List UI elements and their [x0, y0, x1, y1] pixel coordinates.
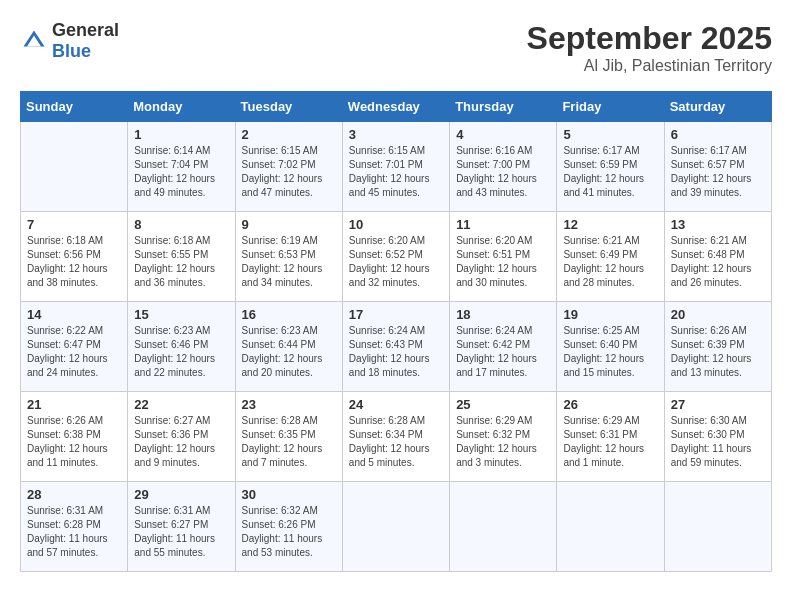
day-info: Sunrise: 6:29 AM Sunset: 6:32 PM Dayligh…: [456, 414, 550, 470]
day-number: 6: [671, 127, 765, 142]
day-number: 10: [349, 217, 443, 232]
day-info: Sunrise: 6:24 AM Sunset: 6:42 PM Dayligh…: [456, 324, 550, 380]
day-info: Sunrise: 6:15 AM Sunset: 7:02 PM Dayligh…: [242, 144, 336, 200]
calendar-cell: 12Sunrise: 6:21 AM Sunset: 6:49 PM Dayli…: [557, 212, 664, 302]
calendar-cell: 27Sunrise: 6:30 AM Sunset: 6:30 PM Dayli…: [664, 392, 771, 482]
calendar-cell: 8Sunrise: 6:18 AM Sunset: 6:55 PM Daylig…: [128, 212, 235, 302]
day-info: Sunrise: 6:21 AM Sunset: 6:48 PM Dayligh…: [671, 234, 765, 290]
day-info: Sunrise: 6:19 AM Sunset: 6:53 PM Dayligh…: [242, 234, 336, 290]
header-day-wednesday: Wednesday: [342, 92, 449, 122]
day-number: 8: [134, 217, 228, 232]
calendar-cell: 14Sunrise: 6:22 AM Sunset: 6:47 PM Dayli…: [21, 302, 128, 392]
day-info: Sunrise: 6:17 AM Sunset: 6:59 PM Dayligh…: [563, 144, 657, 200]
calendar-cell: 13Sunrise: 6:21 AM Sunset: 6:48 PM Dayli…: [664, 212, 771, 302]
calendar-cell: 11Sunrise: 6:20 AM Sunset: 6:51 PM Dayli…: [450, 212, 557, 302]
calendar-cell: 29Sunrise: 6:31 AM Sunset: 6:27 PM Dayli…: [128, 482, 235, 572]
calendar-cell: 28Sunrise: 6:31 AM Sunset: 6:28 PM Dayli…: [21, 482, 128, 572]
header-day-tuesday: Tuesday: [235, 92, 342, 122]
day-info: Sunrise: 6:26 AM Sunset: 6:38 PM Dayligh…: [27, 414, 121, 470]
calendar-cell: 24Sunrise: 6:28 AM Sunset: 6:34 PM Dayli…: [342, 392, 449, 482]
calendar-cell: 10Sunrise: 6:20 AM Sunset: 6:52 PM Dayli…: [342, 212, 449, 302]
location-title: Al Jib, Palestinian Territory: [527, 57, 772, 75]
calendar-week-row: 14Sunrise: 6:22 AM Sunset: 6:47 PM Dayli…: [21, 302, 772, 392]
header-day-saturday: Saturday: [664, 92, 771, 122]
calendar-table: SundayMondayTuesdayWednesdayThursdayFrid…: [20, 91, 772, 572]
day-number: 12: [563, 217, 657, 232]
calendar-cell: 3Sunrise: 6:15 AM Sunset: 7:01 PM Daylig…: [342, 122, 449, 212]
logo: General Blue: [20, 20, 119, 62]
calendar-cell: 19Sunrise: 6:25 AM Sunset: 6:40 PM Dayli…: [557, 302, 664, 392]
calendar-cell: 15Sunrise: 6:23 AM Sunset: 6:46 PM Dayli…: [128, 302, 235, 392]
header-day-sunday: Sunday: [21, 92, 128, 122]
day-number: 29: [134, 487, 228, 502]
day-number: 22: [134, 397, 228, 412]
day-number: 21: [27, 397, 121, 412]
day-number: 2: [242, 127, 336, 142]
day-info: Sunrise: 6:25 AM Sunset: 6:40 PM Dayligh…: [563, 324, 657, 380]
calendar-cell: 30Sunrise: 6:32 AM Sunset: 6:26 PM Dayli…: [235, 482, 342, 572]
day-number: 28: [27, 487, 121, 502]
header-row: SundayMondayTuesdayWednesdayThursdayFrid…: [21, 92, 772, 122]
header-day-friday: Friday: [557, 92, 664, 122]
day-number: 30: [242, 487, 336, 502]
day-info: Sunrise: 6:27 AM Sunset: 6:36 PM Dayligh…: [134, 414, 228, 470]
day-number: 11: [456, 217, 550, 232]
day-number: 19: [563, 307, 657, 322]
day-number: 17: [349, 307, 443, 322]
day-info: Sunrise: 6:29 AM Sunset: 6:31 PM Dayligh…: [563, 414, 657, 470]
calendar-cell: 18Sunrise: 6:24 AM Sunset: 6:42 PM Dayli…: [450, 302, 557, 392]
day-info: Sunrise: 6:22 AM Sunset: 6:47 PM Dayligh…: [27, 324, 121, 380]
calendar-cell: 22Sunrise: 6:27 AM Sunset: 6:36 PM Dayli…: [128, 392, 235, 482]
day-info: Sunrise: 6:21 AM Sunset: 6:49 PM Dayligh…: [563, 234, 657, 290]
calendar-cell: 16Sunrise: 6:23 AM Sunset: 6:44 PM Dayli…: [235, 302, 342, 392]
calendar-cell: 2Sunrise: 6:15 AM Sunset: 7:02 PM Daylig…: [235, 122, 342, 212]
day-info: Sunrise: 6:28 AM Sunset: 6:34 PM Dayligh…: [349, 414, 443, 470]
month-title: September 2025: [527, 20, 772, 57]
calendar-cell: 6Sunrise: 6:17 AM Sunset: 6:57 PM Daylig…: [664, 122, 771, 212]
day-number: 25: [456, 397, 550, 412]
day-info: Sunrise: 6:17 AM Sunset: 6:57 PM Dayligh…: [671, 144, 765, 200]
day-number: 3: [349, 127, 443, 142]
calendar-week-row: 28Sunrise: 6:31 AM Sunset: 6:28 PM Dayli…: [21, 482, 772, 572]
calendar-cell: 21Sunrise: 6:26 AM Sunset: 6:38 PM Dayli…: [21, 392, 128, 482]
day-number: 18: [456, 307, 550, 322]
calendar-week-row: 1Sunrise: 6:14 AM Sunset: 7:04 PM Daylig…: [21, 122, 772, 212]
day-number: 27: [671, 397, 765, 412]
calendar-cell: 7Sunrise: 6:18 AM Sunset: 6:56 PM Daylig…: [21, 212, 128, 302]
calendar-cell: [21, 122, 128, 212]
day-info: Sunrise: 6:24 AM Sunset: 6:43 PM Dayligh…: [349, 324, 443, 380]
day-number: 20: [671, 307, 765, 322]
day-info: Sunrise: 6:28 AM Sunset: 6:35 PM Dayligh…: [242, 414, 336, 470]
calendar-cell: 25Sunrise: 6:29 AM Sunset: 6:32 PM Dayli…: [450, 392, 557, 482]
day-number: 23: [242, 397, 336, 412]
calendar-body: 1Sunrise: 6:14 AM Sunset: 7:04 PM Daylig…: [21, 122, 772, 572]
day-info: Sunrise: 6:23 AM Sunset: 6:46 PM Dayligh…: [134, 324, 228, 380]
day-number: 24: [349, 397, 443, 412]
day-number: 14: [27, 307, 121, 322]
calendar-cell: [342, 482, 449, 572]
logo-text-blue: Blue: [52, 41, 91, 61]
calendar-week-row: 7Sunrise: 6:18 AM Sunset: 6:56 PM Daylig…: [21, 212, 772, 302]
calendar-week-row: 21Sunrise: 6:26 AM Sunset: 6:38 PM Dayli…: [21, 392, 772, 482]
header-day-monday: Monday: [128, 92, 235, 122]
day-info: Sunrise: 6:16 AM Sunset: 7:00 PM Dayligh…: [456, 144, 550, 200]
day-info: Sunrise: 6:31 AM Sunset: 6:28 PM Dayligh…: [27, 504, 121, 560]
calendar-cell: 23Sunrise: 6:28 AM Sunset: 6:35 PM Dayli…: [235, 392, 342, 482]
day-number: 4: [456, 127, 550, 142]
calendar-cell: 1Sunrise: 6:14 AM Sunset: 7:04 PM Daylig…: [128, 122, 235, 212]
calendar-cell: [557, 482, 664, 572]
calendar-header: SundayMondayTuesdayWednesdayThursdayFrid…: [21, 92, 772, 122]
calendar-cell: [450, 482, 557, 572]
page-header: General Blue September 2025 Al Jib, Pale…: [20, 20, 772, 75]
day-number: 1: [134, 127, 228, 142]
day-info: Sunrise: 6:18 AM Sunset: 6:55 PM Dayligh…: [134, 234, 228, 290]
calendar-cell: [664, 482, 771, 572]
calendar-cell: 4Sunrise: 6:16 AM Sunset: 7:00 PM Daylig…: [450, 122, 557, 212]
day-info: Sunrise: 6:31 AM Sunset: 6:27 PM Dayligh…: [134, 504, 228, 560]
day-number: 13: [671, 217, 765, 232]
calendar-cell: 9Sunrise: 6:19 AM Sunset: 6:53 PM Daylig…: [235, 212, 342, 302]
day-info: Sunrise: 6:15 AM Sunset: 7:01 PM Dayligh…: [349, 144, 443, 200]
day-number: 9: [242, 217, 336, 232]
day-info: Sunrise: 6:23 AM Sunset: 6:44 PM Dayligh…: [242, 324, 336, 380]
header-day-thursday: Thursday: [450, 92, 557, 122]
